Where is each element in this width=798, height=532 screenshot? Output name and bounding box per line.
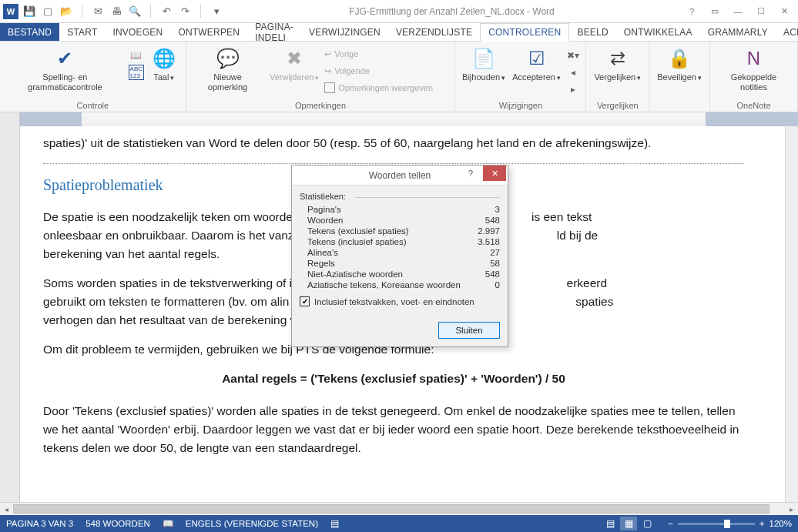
lock-icon: 🔒	[667, 46, 692, 71]
language-button[interactable]: 🌐 Taal	[147, 45, 181, 84]
stat-row: Pagina's3	[300, 204, 500, 215]
preview-icon[interactable]: 🔍	[129, 5, 141, 18]
stats-group-label: Statistieken:	[300, 192, 500, 201]
scroll-left-icon[interactable]: ◂	[0, 503, 13, 516]
horizontal-ruler[interactable]	[20, 112, 798, 126]
prev-comment-button: ↩Vorige	[324, 46, 450, 62]
group-vergelijken: ⇄ Vergelijken Vergelijken	[586, 42, 649, 112]
show-comments-icon	[324, 82, 335, 93]
group-opmerkingen: 💬 Nieuwe opmerking ✖ Verwijderen ↩Vorige…	[186, 42, 456, 112]
macro-icon[interactable]: ▤	[330, 518, 339, 529]
new-comment-button[interactable]: 💬 Nieuwe opmerking	[191, 45, 264, 93]
help-icon[interactable]: ?	[681, 4, 702, 19]
ribbon-tabs: BESTAND START INVOEGEN ONTWERPEN PAGINA-…	[0, 23, 798, 42]
zoom-level[interactable]: 120%	[770, 519, 792, 528]
dialog-titlebar[interactable]: Woorden tellen ? ✕	[292, 166, 508, 186]
tab-invoegen[interactable]: INVOEGEN	[105, 23, 170, 41]
wordcount-icon[interactable]: ABC123	[129, 65, 144, 80]
include-footnotes-checkbox[interactable]: ✔ Inclusief tekstvakken, voet- en eindno…	[300, 296, 500, 306]
email-icon[interactable]: ✉	[92, 5, 104, 18]
compare-icon: ⇄	[605, 46, 630, 71]
print-icon[interactable]: 🖶	[110, 5, 122, 18]
group-label: OneNote	[710, 101, 797, 112]
protect-button[interactable]: 🔒 Beveiligen	[654, 45, 705, 84]
close-button[interactable]: Sluiten	[438, 322, 500, 339]
quick-access-toolbar: 💾 ▢ 📂 ✉ 🖶 🔍 ↶ ↷ ▾	[23, 5, 223, 18]
compare-button[interactable]: ⇄ Vergelijken	[591, 45, 644, 84]
proof-icon[interactable]: 📖	[163, 518, 173, 529]
spelling-icon: ✔	[52, 46, 77, 71]
accept-icon: ☑	[525, 46, 549, 71]
print-layout-icon[interactable]: ▦	[620, 517, 637, 530]
next-icon: ↪	[324, 66, 331, 76]
close-icon[interactable]: ✕	[773, 4, 795, 19]
group-label	[649, 101, 709, 112]
ruler-row	[0, 112, 798, 126]
accept-button[interactable]: ☑ Accepteren	[511, 45, 563, 84]
minimize-icon[interactable]: —	[727, 4, 749, 19]
group-beveiligen: 🔒 Beveiligen	[649, 42, 710, 112]
tab-file[interactable]: BESTAND	[0, 23, 59, 41]
globe-icon: 🌐	[152, 46, 176, 71]
new-comment-icon: 💬	[216, 46, 240, 71]
group-controle: ✔ Spelling- en grammaticacontrole 📖 ABC1…	[0, 42, 186, 112]
read-mode-icon[interactable]: ▤	[602, 517, 619, 530]
stat-row: Alinea's27	[300, 247, 500, 258]
body-text: Door 'Tekens (exclusief spaties)' worden…	[43, 402, 744, 457]
onenote-button[interactable]: N Gekoppelde notities	[715, 45, 793, 93]
thesaurus-icon[interactable]: 📖	[129, 48, 144, 63]
scroll-right-icon[interactable]: ▸	[785, 503, 798, 516]
tab-start[interactable]: START	[59, 23, 105, 41]
word-count[interactable]: 548 WOORDEN	[86, 519, 150, 528]
group-label: Wijzigingen	[455, 101, 585, 112]
vertical-scrollbar[interactable]	[785, 126, 798, 502]
tab-pagina-indeling[interactable]: PAGINA-INDELI	[247, 23, 301, 41]
language-indicator[interactable]: ENGELS (VERENIGDE STATEN)	[186, 519, 318, 528]
tab-grammarly[interactable]: GRAMMARLY	[700, 23, 776, 41]
tab-ontwikkelaar[interactable]: ONTWIKKELAA	[616, 23, 700, 41]
tab-verzendlijsten[interactable]: VERZENDLIJSTE	[388, 23, 480, 41]
stat-row: Tekens (exclusief spaties)2.997	[300, 226, 500, 236]
section-divider	[43, 163, 744, 164]
prev-change-icon[interactable]: ◂	[565, 65, 581, 80]
next-change-icon[interactable]: ▸	[565, 82, 581, 97]
web-layout-icon[interactable]: ▢	[639, 517, 656, 530]
horizontal-scrollbar[interactable]: ◂ ▸	[0, 502, 798, 515]
window-controls: ? ▭ — ☐ ✕	[681, 4, 795, 19]
spelling-button[interactable]: ✔ Spelling- en grammaticacontrole	[5, 45, 126, 93]
qat-customize-icon[interactable]: ▾	[210, 5, 223, 18]
reject-icon[interactable]: ✖▾	[565, 48, 581, 63]
view-switcher: ▤ ▦ ▢	[602, 517, 656, 530]
onenote-icon: N	[741, 46, 766, 71]
scroll-thumb[interactable]	[13, 504, 770, 514]
track-changes-button[interactable]: 📄 Bijhouden	[460, 45, 507, 84]
tab-controleren[interactable]: CONTROLEREN	[480, 23, 569, 42]
track-icon: 📄	[471, 46, 496, 71]
document-area: spaties)' uit de statistieken van Word t…	[0, 126, 798, 515]
zoom-in-icon[interactable]: +	[759, 519, 765, 528]
zoom-slider[interactable]	[678, 523, 755, 525]
document-title: FJG-Ermittlung der Anzahl Zeilen_NL.docx…	[223, 6, 681, 17]
zoom-out-icon[interactable]: −	[668, 519, 673, 528]
redo-icon[interactable]: ↷	[179, 5, 191, 18]
stat-row: Niet-Aziatische woorden548	[300, 269, 500, 279]
save-icon[interactable]: 💾	[23, 5, 35, 18]
dialog-help-icon[interactable]: ?	[460, 166, 481, 181]
stat-row: Tekens (inclusief spaties)3.518	[300, 236, 500, 247]
prev-icon: ↩	[324, 49, 331, 59]
ribbon-options-icon[interactable]: ▭	[704, 4, 726, 19]
tab-acrobat[interactable]: ACROBAT	[776, 23, 798, 41]
maximize-icon[interactable]: ☐	[750, 4, 772, 19]
new-icon[interactable]: ▢	[42, 5, 54, 18]
page-indicator[interactable]: PAGINA 3 VAN 3	[6, 519, 73, 528]
vertical-ruler[interactable]	[0, 126, 20, 515]
tab-ontwerpen[interactable]: ONTWERPEN	[170, 23, 247, 41]
tab-beeld[interactable]: BEELD	[569, 23, 615, 41]
group-label: Vergelijken	[586, 101, 649, 112]
dialog-close-icon[interactable]: ✕	[483, 166, 506, 181]
undo-icon[interactable]: ↶	[160, 5, 173, 18]
open-icon[interactable]: 📂	[60, 5, 72, 18]
stat-row: Woorden548	[300, 215, 500, 226]
ribbon: ✔ Spelling- en grammaticacontrole 📖 ABC1…	[0, 42, 798, 112]
tab-verwijzingen[interactable]: VERWIJZINGEN	[301, 23, 388, 41]
